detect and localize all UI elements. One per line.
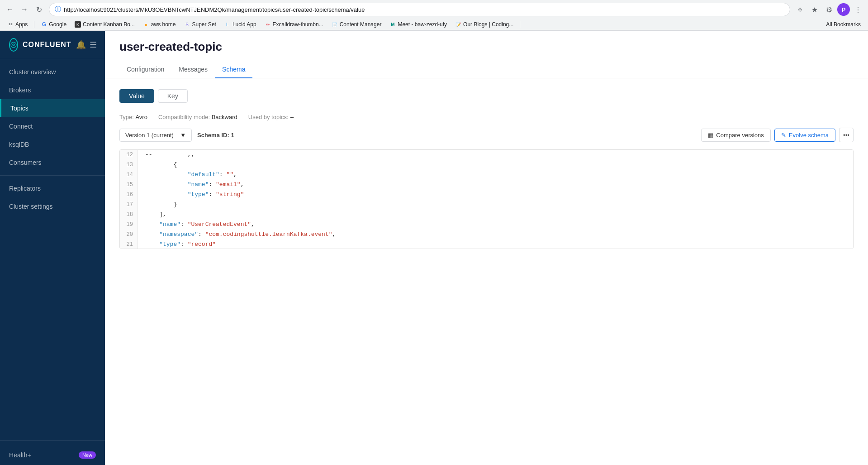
version-dropdown-label: Version 1 (current) — [125, 132, 174, 139]
sidebar-logo: CONFLUENT 🔔 ☰ — [0, 31, 105, 59]
line-content: } — [138, 200, 853, 210]
type-label: Type: Avro — [119, 114, 147, 120]
line-number: 13 — [120, 160, 138, 170]
browser-chrome: ← → ↻ ⓘ http://localhost:9021/clusters/M… — [0, 0, 868, 31]
apps-icon: ☷ — [7, 21, 14, 28]
sidebar-item-ksqldb-label: ksqlDB — [9, 141, 29, 148]
address-bar[interactable]: ⓘ http://localhost:9021/clusters/MkU3OEV… — [49, 3, 790, 16]
refresh-button[interactable]: ↻ — [33, 3, 45, 16]
code-line: 16 "type": "string" — [120, 190, 853, 200]
blogs-icon: 📝 — [455, 21, 461, 28]
line-content: "type": "string" — [138, 190, 853, 200]
sidebar-item-brokers[interactable]: Brokers — [0, 81, 105, 99]
sidebar-item-cluster-settings[interactable]: Cluster settings — [0, 197, 105, 216]
bookmark-content-manager[interactable]: 📄 Content Manager — [328, 20, 385, 29]
tab-messages[interactable]: Messages — [171, 61, 215, 78]
lucid-icon: L — [224, 21, 231, 28]
key-toggle-btn[interactable]: Key — [158, 89, 188, 103]
bookmark-aws-label: aws home — [151, 21, 176, 28]
superset-icon: S — [184, 21, 190, 28]
code-line: 17 } — [120, 200, 853, 210]
code-line: 20 "namespace": "com.codingshuttle.learn… — [120, 230, 853, 240]
value-toggle-btn[interactable]: Value — [119, 89, 154, 103]
evolve-icon: ✎ — [781, 132, 786, 139]
tabs: Configuration Messages Schema — [105, 61, 868, 78]
more-options-btn[interactable]: ••• — [839, 128, 854, 142]
sidebar-item-topics[interactable]: Topics — [0, 99, 105, 117]
avatar: P — [837, 3, 850, 16]
browser-toolbar: ← → ↻ ⓘ http://localhost:9021/clusters/M… — [0, 0, 868, 19]
health-plus-item[interactable]: Health+ New — [9, 451, 96, 459]
bookmark-apps[interactable]: ☷ Apps — [4, 20, 31, 29]
bookmark-button[interactable]: ★ — [808, 3, 821, 16]
sidebar-item-replicators[interactable]: Replicators — [0, 179, 105, 197]
code-line: 21 "type": "record" — [120, 240, 853, 249]
line-number: 17 — [120, 200, 138, 210]
bookmark-superset[interactable]: S Super Set — [180, 20, 220, 29]
sidebar-item-connect[interactable]: Connect — [0, 117, 105, 135]
bell-icon[interactable]: 🔔 — [76, 40, 86, 50]
bookmark-superset-label: Super Set — [192, 21, 216, 28]
version-dropdown[interactable]: Version 1 (current) ▼ — [119, 129, 192, 142]
tab-configuration[interactable]: Configuration — [119, 61, 171, 78]
bookmark-excalidraw-label: Excalidraw-thumbn... — [273, 21, 323, 28]
sidebar-item-replicators-label: Replicators — [9, 185, 41, 192]
bookmark-google-label: Google — [49, 21, 66, 28]
bookmark-all[interactable]: All Bookmarks — [822, 20, 864, 29]
forward-button[interactable]: → — [18, 3, 31, 16]
svg-point-0 — [11, 42, 16, 48]
schema-code-editor[interactable]: 12-- ,,13 {14 "default": "",15 "name": "… — [119, 149, 854, 249]
used-by-label: Used by topics: -- — [248, 114, 294, 120]
line-number: 21 — [120, 240, 138, 249]
bookmark-excalidraw[interactable]: ✏ Excalidraw-thumbn... — [261, 20, 327, 29]
profile-button[interactable]: P — [837, 3, 850, 16]
url-text: http://localhost:9021/clusters/MkU3OEVBN… — [64, 6, 784, 13]
app-layout: CONFLUENT 🔔 ☰ Cluster overview Brokers T… — [0, 31, 868, 465]
line-content: -- ,, — [138, 150, 853, 160]
tab-schema[interactable]: Schema — [215, 61, 252, 78]
bookmark-content-manager-label: Content Manager — [340, 21, 382, 28]
confluent-logo-icon — [9, 38, 18, 52]
line-content: "default": "", — [138, 170, 853, 180]
line-number: 14 — [120, 170, 138, 180]
menu-button[interactable]: ⋮ — [852, 3, 864, 16]
bookmark-lucid[interactable]: L Lucid App — [221, 20, 260, 29]
back-button[interactable]: ← — [4, 3, 16, 16]
sidebar-item-connect-label: Connect — [9, 123, 33, 130]
bookmark-meet-label: Meet - baw-zezd-ufy — [398, 21, 447, 28]
extensions-button[interactable]: ⚙ — [823, 3, 835, 16]
sidebar-item-cluster-overview[interactable]: Cluster overview — [0, 63, 105, 81]
compare-icon: ▦ — [708, 132, 713, 139]
nav-buttons: ← → ↻ — [4, 3, 45, 16]
content-header: user-created-topic — [105, 31, 868, 61]
sidebar-item-ksqldb[interactable]: ksqlDB — [0, 135, 105, 153]
bookmark-separator — [34, 21, 34, 28]
sidebar-divider — [0, 175, 105, 176]
sidebar-item-consumers-label: Consumers — [9, 159, 42, 166]
compare-versions-btn[interactable]: ▦ Compare versions — [701, 129, 771, 142]
sidebar-bottom: Health+ New — [0, 444, 105, 465]
line-content: { — [138, 160, 853, 170]
bookmark-kanban[interactable]: K Content Kanban Bo... — [71, 20, 138, 29]
content-manager-icon: 📄 — [332, 21, 338, 28]
bookmark-all-label: All Bookmarks — [826, 21, 861, 28]
sidebar-item-topics-label: Topics — [10, 105, 28, 112]
google-icon: G — [41, 21, 47, 28]
bookmark-blogs[interactable]: 📝 Our Blogs | Coding... — [451, 20, 517, 29]
bookmark-google[interactable]: G Google — [37, 20, 70, 29]
line-content: "name": "UserCreatedEvent", — [138, 220, 853, 230]
bookmark-aws[interactable]: ● aws home — [139, 20, 180, 29]
line-content: "name": "email", — [138, 180, 853, 190]
chevron-down-icon: ▼ — [180, 132, 186, 139]
bookmark-kanban-label: Content Kanban Bo... — [83, 21, 135, 28]
main-content: user-created-topic Configuration Message… — [105, 31, 868, 465]
cast-button[interactable]: ⎑ — [794, 3, 806, 16]
code-line: 12-- ,, — [120, 150, 853, 160]
sidebar-item-consumers[interactable]: Consumers — [0, 153, 105, 172]
aws-icon: ● — [143, 21, 149, 28]
evolve-schema-btn[interactable]: ✎ Evolve schema — [774, 129, 835, 142]
bookmark-meet[interactable]: M Meet - baw-zezd-ufy — [386, 20, 451, 29]
bookmark-apps-label: Apps — [15, 21, 28, 28]
hamburger-icon[interactable]: ☰ — [90, 40, 97, 50]
line-content: "type": "record" — [138, 240, 853, 249]
